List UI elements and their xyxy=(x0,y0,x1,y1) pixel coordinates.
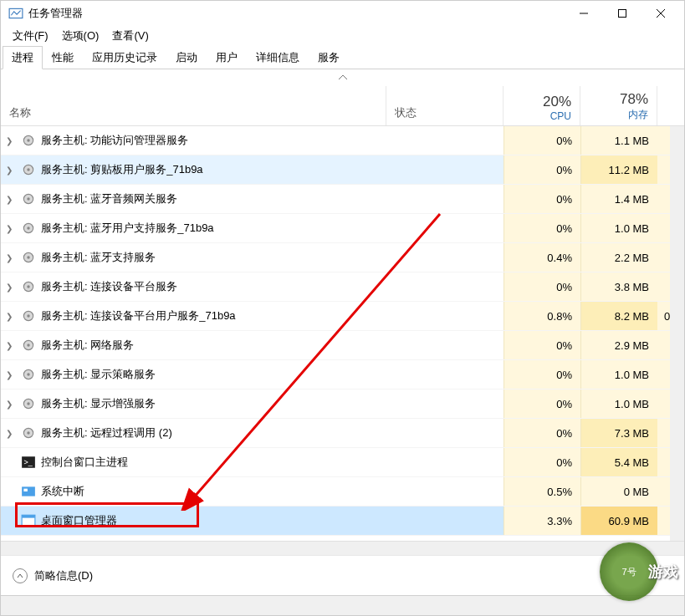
process-row[interactable]: ❯服务主机: 网络服务0%2.9 MB0 xyxy=(1,331,684,360)
tab-6[interactable]: 服务 xyxy=(309,46,349,69)
svg-point-6 xyxy=(27,139,29,141)
process-icon xyxy=(21,250,36,265)
expand-icon[interactable]: ❯ xyxy=(1,312,18,321)
mem-cell: 1.4 MB xyxy=(580,185,657,213)
process-row[interactable]: ❯服务主机: 剪贴板用户服务_71b9a0%11.2 MB0 xyxy=(1,155,684,185)
menu-options[interactable]: 选项(O) xyxy=(55,27,106,45)
mem-cell: 1.0 MB xyxy=(580,389,657,418)
collapse-toggle[interactable] xyxy=(1,69,684,86)
svg-rect-32 xyxy=(22,515,35,517)
tab-3[interactable]: 启动 xyxy=(166,46,207,69)
process-name: 控制台窗口主进程 xyxy=(41,455,386,470)
cpu-cell: 0.5% xyxy=(504,477,580,506)
process-name: 服务主机: 显示策略服务 xyxy=(41,367,386,382)
process-name: 服务主机: 蓝牙用户支持服务_71b9a xyxy=(41,221,386,236)
process-row[interactable]: ❯服务主机: 连接设备平台服务0%3.8 MB0 xyxy=(1,272,684,302)
process-icon xyxy=(21,191,36,206)
menubar: 文件(F) 选项(O) 查看(V) xyxy=(1,26,684,46)
svg-text:>_: >_ xyxy=(23,458,33,466)
process-name: 服务主机: 连接设备平台服务 xyxy=(41,279,386,294)
tab-0[interactable]: 进程 xyxy=(3,46,43,69)
cpu-cell: 0% xyxy=(504,360,580,389)
mem-cell: 5.4 MB xyxy=(580,448,657,476)
svg-point-26 xyxy=(27,431,29,434)
process-icon xyxy=(21,513,36,528)
svg-point-22 xyxy=(27,373,29,375)
expand-icon[interactable]: ❯ xyxy=(1,136,18,145)
cpu-cell: 0% xyxy=(504,389,580,418)
close-button[interactable] xyxy=(642,1,680,26)
svg-point-10 xyxy=(27,197,29,200)
mem-cell: 11.2 MB xyxy=(580,155,657,184)
tab-4[interactable]: 用户 xyxy=(207,46,247,69)
collapse-icon[interactable] xyxy=(13,568,28,583)
process-icon xyxy=(21,221,36,236)
cpu-cell: 0% xyxy=(504,155,580,184)
mem-cell: 7.3 MB xyxy=(580,419,657,447)
expand-icon[interactable]: ❯ xyxy=(1,400,18,409)
menu-view[interactable]: 查看(V) xyxy=(105,27,155,45)
cpu-cell: 0.8% xyxy=(504,302,580,330)
footer: 简略信息(D) xyxy=(1,555,684,595)
process-name: 服务主机: 蓝牙支持服务 xyxy=(41,250,386,265)
cpu-cell: 0% xyxy=(504,419,580,447)
expand-icon[interactable]: ❯ xyxy=(1,341,18,350)
process-name: 服务主机: 远程过程调用 (2) xyxy=(41,425,386,440)
brief-info-link[interactable]: 简略信息(D) xyxy=(34,568,93,583)
process-row[interactable]: >_控制台窗口主进程0%5.4 MB0 xyxy=(1,448,684,477)
header-memory[interactable]: 78% 内存 xyxy=(580,86,657,125)
process-row[interactable]: ❯服务主机: 显示策略服务0%1.0 MB0 xyxy=(1,360,684,389)
process-icon xyxy=(21,484,36,499)
expand-icon[interactable]: ❯ xyxy=(1,253,18,262)
mem-cell: 0 MB xyxy=(580,477,657,506)
process-row[interactable]: ❯服务主机: 功能访问管理器服务0%1.1 MB0 xyxy=(1,126,684,155)
minimize-button[interactable] xyxy=(565,1,603,26)
svg-point-18 xyxy=(27,314,29,317)
process-icon xyxy=(21,425,36,440)
process-row[interactable]: ❯服务主机: 蓝牙支持服务0.4%2.2 MB0 xyxy=(1,243,684,272)
svg-point-20 xyxy=(27,344,29,346)
cpu-percent: 20% xyxy=(543,94,571,110)
svg-rect-2 xyxy=(619,10,626,18)
svg-point-14 xyxy=(27,256,29,258)
process-row[interactable]: 桌面窗口管理器3.3%60.9 MB0 xyxy=(1,507,684,536)
process-icon xyxy=(21,338,36,353)
horizontal-scrollbar[interactable] xyxy=(1,541,684,555)
process-row[interactable]: 系统中断0.5%0 MB0 xyxy=(1,477,684,507)
process-name: 服务主机: 剪贴板用户服务_71b9a xyxy=(41,162,386,177)
svg-point-12 xyxy=(27,227,29,229)
tab-2[interactable]: 应用历史记录 xyxy=(83,46,166,69)
mem-cell: 1.0 MB xyxy=(580,214,657,242)
expand-icon[interactable]: ❯ xyxy=(1,429,18,438)
tab-1[interactable]: 性能 xyxy=(43,46,83,69)
process-row[interactable]: ❯服务主机: 蓝牙用户支持服务_71b9a0%1.0 MB0 xyxy=(1,214,684,243)
titlebar[interactable]: 任务管理器 xyxy=(1,1,684,26)
menu-file[interactable]: 文件(F) xyxy=(6,27,55,45)
tab-5[interactable]: 详细信息 xyxy=(247,46,309,69)
header-name[interactable]: 名称 xyxy=(1,86,386,125)
process-icon xyxy=(21,367,36,382)
expand-icon[interactable]: ❯ xyxy=(1,224,18,233)
tab-bar: 进程性能应用历史记录启动用户详细信息服务 xyxy=(1,46,684,69)
mem-label: 内存 xyxy=(628,108,648,122)
process-icon xyxy=(21,396,36,411)
svg-point-24 xyxy=(27,402,29,405)
cpu-cell: 0% xyxy=(504,331,580,359)
header-status[interactable]: 状态 xyxy=(386,86,504,125)
vertical-scrollbar[interactable] xyxy=(670,126,684,541)
maximize-button[interactable] xyxy=(603,1,642,26)
process-row[interactable]: ❯服务主机: 蓝牙音频网关服务0%1.4 MB0 xyxy=(1,185,684,214)
expand-icon[interactable]: ❯ xyxy=(1,195,18,204)
cpu-label: CPU xyxy=(550,110,571,122)
process-name: 服务主机: 连接设备平台用户服务_71b9a xyxy=(41,308,386,323)
process-row[interactable]: ❯服务主机: 显示增强服务0%1.0 MB0 xyxy=(1,389,684,419)
statusbar xyxy=(1,595,684,615)
expand-icon[interactable]: ❯ xyxy=(1,283,18,292)
expand-icon[interactable]: ❯ xyxy=(1,370,18,379)
header-cpu[interactable]: 20% CPU xyxy=(504,86,580,125)
process-row[interactable]: ❯服务主机: 远程过程调用 (2)0%7.3 MB0 xyxy=(1,419,684,448)
expand-icon[interactable]: ❯ xyxy=(1,165,18,175)
mem-cell: 2.2 MB xyxy=(580,243,657,272)
process-row[interactable]: ❯服务主机: 连接设备平台用户服务_71b9a0.8%8.2 MB0.1 xyxy=(1,302,684,331)
process-name: 服务主机: 网络服务 xyxy=(41,338,386,353)
